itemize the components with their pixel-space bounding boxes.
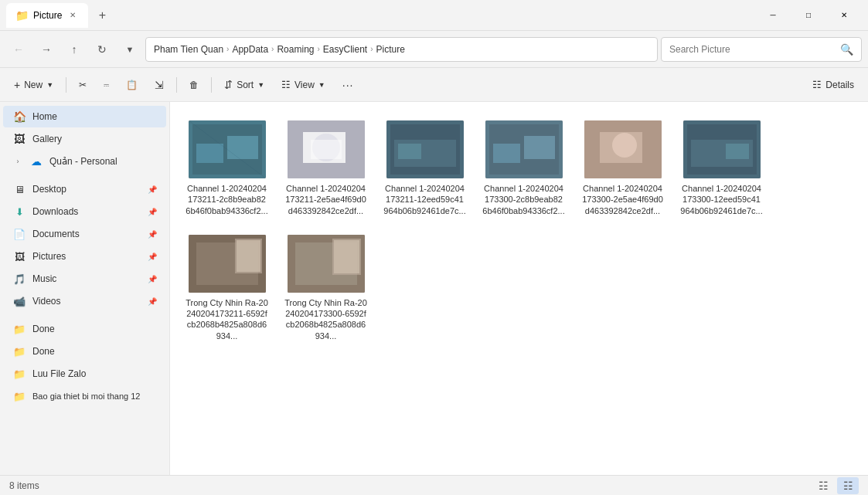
svg-rect-13 xyxy=(398,144,421,159)
file-item-3[interactable]: Channel 1-20240204173300-2c8b9eab826b46f… xyxy=(479,114,568,222)
file-item-2[interactable]: Channel 1-20240204173211-12eed59c41964b0… xyxy=(380,114,469,222)
sidebar-item-home[interactable]: 🏠 Home xyxy=(3,106,166,127)
sidebar-luufilezalo-label: Luu File Zalo xyxy=(32,368,86,379)
paste-button[interactable]: 📋 xyxy=(118,73,145,97)
close-button[interactable]: ✕ xyxy=(826,3,862,28)
sidebar-baogia-label: Bao gia thiet bi moi thang 12 xyxy=(32,392,140,401)
file-thumb-5 xyxy=(683,120,761,178)
file-thumb-4 xyxy=(584,120,662,178)
breadcrumb[interactable]: Pham Tien Quan › AppData › Roaming › Eas… xyxy=(145,37,658,62)
pin-icon-desktop: 📌 xyxy=(148,185,157,194)
up-button[interactable]: ↑ xyxy=(62,37,87,62)
breadcrumb-part-0[interactable]: Pham Tien Quan xyxy=(154,44,223,55)
tab-close-button[interactable]: ✕ xyxy=(66,9,79,21)
folder-icon: 📁 xyxy=(15,9,29,22)
home-icon: 🏠 xyxy=(12,110,26,124)
sidebar-item-videos[interactable]: 📹 Videos 📌 xyxy=(3,290,166,312)
svg-rect-25 xyxy=(726,144,749,159)
details-button[interactable]: ☷ Details xyxy=(805,73,862,97)
sidebar-item-music[interactable]: 🎵 Music 📌 xyxy=(3,268,166,290)
new-button[interactable]: + New ▼ xyxy=(6,73,61,97)
maximize-button[interactable]: □ xyxy=(791,3,826,28)
back-button[interactable]: ← xyxy=(6,37,31,62)
sidebar-item-luu-file-zalo[interactable]: 📁 Luu File Zalo xyxy=(3,363,166,385)
sidebar-item-pictures[interactable]: 🖼 Pictures 📌 xyxy=(3,246,166,267)
sidebar-item-bao-gia[interactable]: 📁 Bao gia thiet bi moi thang 12 xyxy=(3,385,166,407)
window-controls: ─ □ ✕ xyxy=(755,3,862,28)
sidebar-item-downloads[interactable]: ⬇ Downloads 📌 xyxy=(3,201,166,222)
item-count: 8 items xyxy=(9,480,39,491)
new-plus-icon: + xyxy=(14,79,20,91)
view-icon: ☷ xyxy=(281,79,291,90)
sidebar-done1-label: Done xyxy=(32,324,55,334)
refresh-button[interactable]: ↻ xyxy=(90,37,114,62)
list-view-button[interactable]: ☷ xyxy=(837,477,859,494)
pin-icon-pictures: 📌 xyxy=(148,253,157,261)
minimize-button[interactable]: ─ xyxy=(755,3,791,28)
move-button[interactable]: ⇲ xyxy=(147,73,172,97)
delete-icon: 🗑 xyxy=(189,80,199,90)
file-thumb-3 xyxy=(485,120,563,178)
search-input[interactable] xyxy=(669,44,836,55)
sidebar-item-desktop[interactable]: 🖥 Desktop 📌 xyxy=(3,178,166,200)
breadcrumb-part-3[interactable]: EasyClient xyxy=(323,44,367,55)
details-icon: ☷ xyxy=(812,79,822,90)
more-icon: ··· xyxy=(342,79,354,91)
list-view-icon: ☷ xyxy=(843,480,853,492)
sidebar-item-done-1[interactable]: 📁 Done xyxy=(3,318,166,340)
file-name-4: Channel 1-20240204173300-2e5ae4f69d0d463… xyxy=(581,183,664,216)
grid-view-button[interactable]: ☷ xyxy=(812,477,834,494)
more-button[interactable]: ··· xyxy=(335,73,362,97)
file-item-6[interactable]: Trong Cty Nhin Ra-20240204173211-6592fcb… xyxy=(182,229,271,348)
sidebar-item-documents[interactable]: 📄 Documents 📌 xyxy=(3,223,166,245)
svg-point-21 xyxy=(612,133,637,158)
new-tab-button[interactable]: + xyxy=(91,5,113,26)
search-box[interactable]: 🔍 xyxy=(661,37,862,62)
sidebar-home-label: Home xyxy=(32,111,57,122)
new-label: New xyxy=(24,80,43,90)
sidebar-quanpersonal-label: Quản - Personal xyxy=(49,156,117,167)
sidebar: 🏠 Home 🖼 Gallery › ☁ Quản - Personal 🖥 D… xyxy=(0,102,170,475)
svg-rect-30 xyxy=(237,240,260,272)
file-item-0[interactable]: Channel 1-20240204173211-2c8b9eab826b46f… xyxy=(182,114,271,222)
copy-icon: ⎓ xyxy=(104,80,109,90)
videos-icon: 📹 xyxy=(12,294,26,308)
breadcrumb-sep-1: › xyxy=(271,45,274,53)
breadcrumb-part-4[interactable]: Picture xyxy=(376,44,405,55)
cut-button[interactable]: ✂ xyxy=(71,73,94,97)
breadcrumb-sep-2: › xyxy=(317,45,319,53)
sidebar-videos-label: Videos xyxy=(32,296,60,307)
svg-rect-35 xyxy=(334,240,359,273)
svg-rect-9 xyxy=(311,140,342,159)
breadcrumb-part-1[interactable]: AppData xyxy=(232,44,268,55)
details-label: Details xyxy=(825,80,854,90)
file-name-7: Trong Cty Nhin Ra-20240204173300-6592fcb… xyxy=(284,297,367,341)
tab-bar: 📁 Picture ✕ + xyxy=(6,0,113,30)
folder-done2-icon: 📁 xyxy=(12,344,26,358)
sidebar-item-quan-personal[interactable]: › ☁ Quản - Personal xyxy=(3,151,166,172)
address-bar: ← → ↑ ↻ ▼ Pham Tien Quan › AppData › Roa… xyxy=(0,31,868,68)
status-bar: 8 items ☷ ☷ xyxy=(0,475,868,495)
sidebar-item-done-2[interactable]: 📁 Done xyxy=(3,341,166,362)
downloads-icon: ⬇ xyxy=(12,205,26,219)
copy-button[interactable]: ⎓ xyxy=(96,73,117,97)
file-name-6: Trong Cty Nhin Ra-20240204173211-6592fcb… xyxy=(186,297,268,341)
delete-button[interactable]: 🗑 xyxy=(182,73,206,97)
music-icon: 🎵 xyxy=(12,272,26,286)
desktop-icon: 🖥 xyxy=(12,182,26,196)
sort-dropdown-icon: ▼ xyxy=(257,81,264,89)
active-tab[interactable]: 📁 Picture ✕ xyxy=(6,3,88,28)
file-item-4[interactable]: Channel 1-20240204173300-2e5ae4f69d0d463… xyxy=(578,114,667,222)
file-item-5[interactable]: Channel 1-20240204173300-12eed59c41964b0… xyxy=(677,114,766,222)
tab-title: Picture xyxy=(33,10,62,21)
file-item-7[interactable]: Trong Cty Nhin Ra-20240204173300-6592fcb… xyxy=(281,229,370,348)
sort-button[interactable]: ⇵ Sort ▼ xyxy=(216,73,272,97)
sidebar-done2-label: Done xyxy=(32,346,55,357)
sidebar-item-gallery[interactable]: 🖼 Gallery xyxy=(3,128,166,150)
view-button[interactable]: ☷ View ▼ xyxy=(274,73,333,97)
file-name-5: Channel 1-20240204173300-12eed59c41964b0… xyxy=(680,183,763,216)
breadcrumb-part-2[interactable]: Roaming xyxy=(277,44,314,55)
path-icon-button[interactable]: ▼ xyxy=(117,37,142,62)
forward-button[interactable]: → xyxy=(34,37,59,62)
file-item-1[interactable]: Channel 1-20240204173211-2e5ae4f69d0d463… xyxy=(281,114,370,222)
